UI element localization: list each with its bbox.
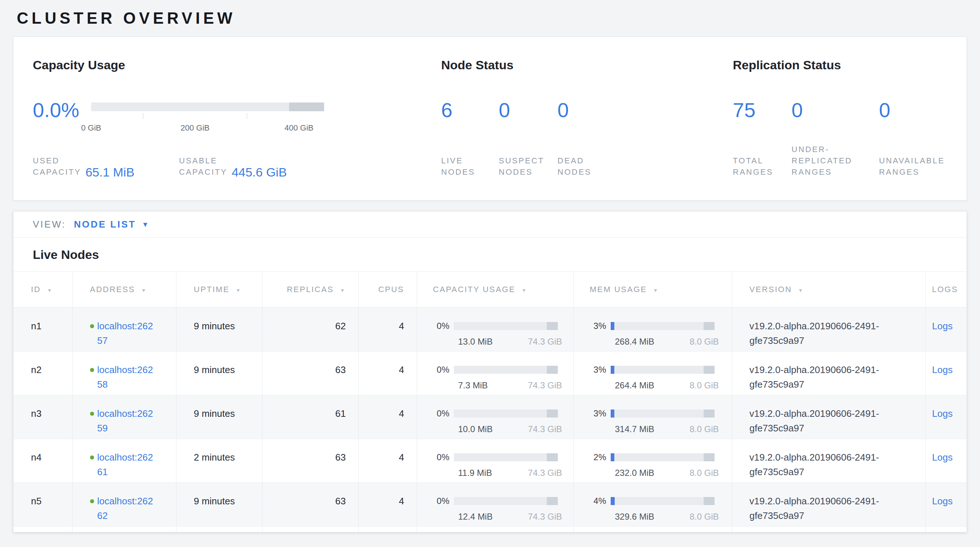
mem-percent: 3% — [590, 319, 611, 333]
column-header-cpus[interactable]: CPUS — [358, 272, 417, 308]
node-address-link[interactable]: localhost:26257 — [97, 319, 156, 348]
node-address-cell: localhost:26257 — [72, 308, 176, 351]
node-address-link[interactable]: localhost:26259 — [97, 406, 156, 436]
sort-desc-icon: ▼ — [798, 287, 804, 293]
column-label: LOGS — [932, 285, 958, 294]
mem-bar-dark-segment — [704, 410, 714, 418]
mem-bar — [611, 410, 714, 418]
dead-nodes-stat: 0 DEAD NODES — [557, 99, 667, 178]
mem-usage-cell: 3% 314.7 MiB 8.0 GiB — [573, 395, 732, 439]
capacity-usage-section: Capacity Usage 0.0% 0 GiB 200 GiB 400 Gi… — [33, 57, 324, 178]
under-replicated-ranges-count: 0 — [792, 99, 879, 121]
live-status-icon — [90, 324, 94, 328]
capacity-used: 7.3 MiB — [458, 380, 488, 391]
node-address-cell: localhost:26259 — [72, 395, 176, 439]
node-address-cell: localhost:26262 — [72, 483, 176, 526]
capacity-used: 11.9 MiB — [458, 467, 492, 479]
mem-bar-fill — [611, 410, 614, 418]
usable-capacity-value: 445.6 GiB — [232, 165, 286, 179]
under-replicated-ranges-stat: 0 UNDER- REPLICATED RANGES — [792, 99, 879, 178]
mem-usage-cell: 3% 264.4 MiB 8.0 GiB — [573, 351, 732, 395]
mem-bar-dark-segment — [704, 497, 714, 505]
capacity-bar-dark-segment — [547, 410, 558, 418]
node-address-link[interactable]: localhost:26261 — [97, 450, 156, 479]
column-label: ID — [31, 285, 41, 294]
table-row: n4 localhost:26261 2 minutes 63 4 0% — [13, 439, 967, 483]
view-selector[interactable]: NODE LIST ▼ — [74, 219, 149, 230]
column-header-uptime[interactable]: UPTIME ▼ — [176, 272, 262, 308]
replicas-cell: 62 — [262, 308, 358, 351]
column-header-mem-usage[interactable]: MEM USAGE ▼ — [573, 272, 732, 308]
cluster-summary-card: Capacity Usage 0.0% 0 GiB 200 GiB 400 Gi… — [13, 37, 967, 200]
capacity-percent: 0% — [433, 494, 454, 508]
axis-tick-label: 200 GiB — [180, 123, 210, 133]
mem-bar-dark-segment — [704, 366, 714, 374]
used-capacity-stat: USED CAPACITY 65.1 MiB — [33, 155, 135, 178]
page-title: CLUSTER OVERVIEW — [17, 10, 980, 27]
node-id-cell: n5 — [13, 483, 72, 526]
column-label: CAPACITY USAGE — [433, 285, 515, 294]
column-label: CPUS — [378, 285, 404, 294]
node-id-cell: n4 — [13, 439, 72, 483]
logs-link[interactable]: Logs — [932, 364, 953, 375]
column-label: VERSION — [749, 285, 792, 294]
node-id-cell: n1 — [13, 308, 72, 351]
mem-bar-fill — [611, 366, 614, 374]
node-address-link[interactable]: localhost:26262 — [97, 494, 156, 523]
logs-cell: Logs — [925, 483, 967, 526]
capacity-total: 74.3 GiB — [528, 424, 562, 435]
sort-desc-icon: ▼ — [141, 287, 147, 293]
usable-capacity-label: USABLE CAPACITY — [179, 155, 227, 178]
capacity-percent: 0% — [433, 406, 454, 421]
column-label: ADDRESS — [90, 285, 135, 294]
capacity-gauge-axis: 0 GiB 200 GiB 400 GiB — [91, 113, 324, 135]
version-cell: v19.2.0-alpha.20190606-2491-gfe735c9a97 — [732, 308, 925, 351]
mem-total: 8.0 GiB — [689, 467, 719, 479]
version-cell: v19.2.0-alpha.20190606-2491-gfe735c9a97 — [732, 483, 925, 526]
column-header-version[interactable]: VERSION ▼ — [732, 272, 925, 308]
logs-link[interactable]: Logs — [932, 321, 953, 331]
unavailable-ranges-count: 0 — [879, 99, 980, 121]
axis-tick-label: 0 GiB — [81, 123, 101, 133]
version-cell: v19.2.0-alpha.20190606-2491-gfe735c9a97 — [732, 395, 925, 439]
capacity-usage-cell: 0% 10.0 MiB 74.3 GiB — [417, 395, 573, 439]
capacity-bar — [454, 453, 558, 461]
column-header-id[interactable]: ID ▼ — [13, 272, 72, 308]
capacity-percent-value: 0.0% — [33, 99, 91, 122]
column-header-address[interactable]: ADDRESS ▼ — [72, 272, 176, 308]
live-nodes-label: LIVE NODES — [441, 155, 499, 178]
replication-status-title: Replication Status — [733, 57, 980, 72]
capacity-gauge: 0 GiB 200 GiB 400 GiB — [91, 102, 324, 122]
sort-desc-icon: ▼ — [235, 287, 241, 293]
logs-link[interactable]: Logs — [932, 408, 953, 419]
table-row: n5 localhost:26262 9 minutes 63 4 0% — [13, 483, 967, 526]
column-header-capacity-usage[interactable]: CAPACITY USAGE ▼ — [417, 272, 573, 308]
node-status-title: Node Status — [441, 57, 667, 72]
capacity-usage-cell: 0% 12.4 MiB 74.3 GiB — [417, 483, 573, 526]
capacity-percent: 0% — [433, 450, 454, 464]
column-header-replicas[interactable]: REPLICAS ▼ — [262, 272, 358, 308]
capacity-usage-title: Capacity Usage — [33, 57, 324, 72]
column-label: REPLICAS — [287, 285, 334, 294]
total-ranges-count: 75 — [733, 99, 792, 121]
capacity-usage-cell: 0% 11.9 MiB 74.3 GiB — [417, 439, 573, 483]
replicas-cell: 61 — [262, 395, 358, 439]
node-address-link[interactable]: localhost:26258 — [97, 363, 156, 392]
under-replicated-ranges-label: UNDER- REPLICATED RANGES — [792, 144, 879, 178]
mem-bar — [611, 366, 714, 374]
uptime-cell: 9 minutes — [176, 351, 262, 395]
mem-bar — [611, 322, 714, 330]
suspect-nodes-stat: 0 SUSPECT NODES — [499, 99, 557, 178]
mem-bar-fill — [611, 497, 615, 505]
logs-link[interactable]: Logs — [932, 452, 953, 463]
uptime-cell: 9 minutes — [176, 483, 262, 526]
capacity-bar-dark-segment — [547, 366, 558, 374]
unavailable-ranges-stat: 0 UNAVAILABLE RANGES — [879, 99, 980, 178]
uptime-cell: 2 minutes — [176, 439, 262, 483]
cpus-cell: 4 — [358, 483, 417, 526]
capacity-used: 10.0 MiB — [458, 424, 493, 435]
node-list-card: VIEW: NODE LIST ▼ Live Nodes ID ▼ ADDRES… — [13, 211, 967, 533]
logs-link[interactable]: Logs — [932, 496, 953, 507]
live-status-icon — [90, 499, 94, 503]
capacity-bar — [454, 366, 558, 374]
